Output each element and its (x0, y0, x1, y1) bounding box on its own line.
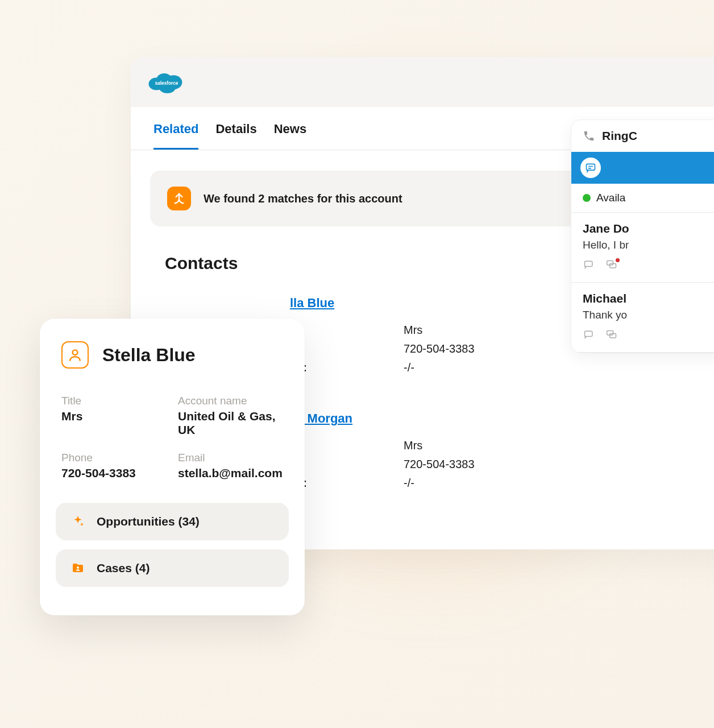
value: 720-504-3383 (404, 340, 475, 358)
folder-person-icon (70, 561, 85, 576)
value: -/- (404, 358, 414, 377)
message-item[interactable]: Michael Thank yo (571, 283, 714, 353)
popover-name: Stella Blue (102, 345, 196, 366)
pill-label: Opportunities (34) (97, 515, 200, 528)
label: e: (290, 321, 404, 340)
chat-tab-bar[interactable] (571, 152, 714, 184)
svg-point-13 (77, 566, 79, 569)
svg-rect-5 (587, 164, 595, 170)
field-label: Account name (178, 395, 283, 407)
contact-link-stella[interactable]: lla Blue (290, 296, 334, 311)
presence-dot-icon (583, 194, 591, 202)
label: ne: (290, 474, 404, 493)
field-value: Mrs (61, 410, 167, 423)
message-item[interactable]: Jane Do Hello, I br (571, 213, 714, 283)
field-value: 720-504-3383 (61, 466, 167, 480)
field-label: Title (61, 395, 167, 407)
phone-icon (583, 130, 595, 142)
merge-icon (167, 187, 191, 210)
alert-text: We found 2 matches for this account (204, 192, 402, 205)
sparkle-icon (70, 514, 85, 529)
person-icon (61, 341, 89, 369)
field-value: United Oil & Gas, UK (178, 410, 283, 437)
field-account: Account name United Oil & Gas, UK (178, 395, 283, 437)
cases-pill[interactable]: Cases (4) (56, 549, 289, 587)
message-preview: Thank yo (583, 309, 714, 321)
tab-details[interactable]: Details (215, 122, 256, 150)
message-preview: Hello, I br (583, 239, 714, 251)
contact-popover: Stella Blue Title Mrs Account name Unite… (40, 318, 305, 615)
field-email: Email stella.b@mail.com (178, 452, 283, 480)
topbar: salesforce (131, 57, 714, 107)
panel-title: RingC (602, 129, 637, 143)
message-sender: Jane Do (583, 222, 714, 235)
field-label: Email (178, 452, 283, 464)
reply-icon[interactable] (583, 329, 595, 342)
field-value: stella.b@mail.com (178, 466, 283, 480)
field-title: Title Mrs (61, 395, 167, 437)
svg-rect-6 (585, 261, 592, 266)
value: -/- (404, 474, 414, 493)
svg-point-12 (73, 350, 78, 355)
value: 720-504-3383 (404, 455, 475, 474)
value: Mrs (404, 321, 422, 340)
messaging-panel: RingC Availa Jane Do Hello, I br Michael… (571, 119, 714, 353)
value: Mrs (404, 436, 422, 455)
tab-news[interactable]: News (274, 122, 306, 150)
notification-dot (616, 258, 620, 262)
svg-text:salesforce: salesforce (155, 81, 178, 86)
salesforce-logo: salesforce (147, 68, 186, 96)
opportunities-pill[interactable]: Opportunities (34) (56, 503, 289, 540)
pill-label: Cases (4) (97, 561, 150, 575)
contact-item: se Morgan e:Mrs il:720-504-3383 ne:-/- (290, 411, 714, 493)
status-text: Availa (596, 192, 625, 204)
label: ne: (290, 358, 404, 377)
thread-icon[interactable] (605, 259, 618, 272)
field-label: Phone (61, 452, 167, 464)
thread-icon[interactable] (605, 329, 618, 342)
svg-rect-9 (585, 331, 592, 336)
label: e: (290, 436, 404, 455)
panel-header: RingC (571, 120, 714, 152)
message-sender: Michael (583, 292, 714, 305)
label: il: (290, 340, 404, 358)
chat-icon (580, 158, 601, 178)
field-phone: Phone 720-504-3383 (61, 452, 167, 480)
status-row[interactable]: Availa (571, 184, 714, 213)
label: il: (290, 455, 404, 474)
tab-related[interactable]: Related (153, 122, 198, 150)
reply-icon[interactable] (583, 259, 595, 272)
